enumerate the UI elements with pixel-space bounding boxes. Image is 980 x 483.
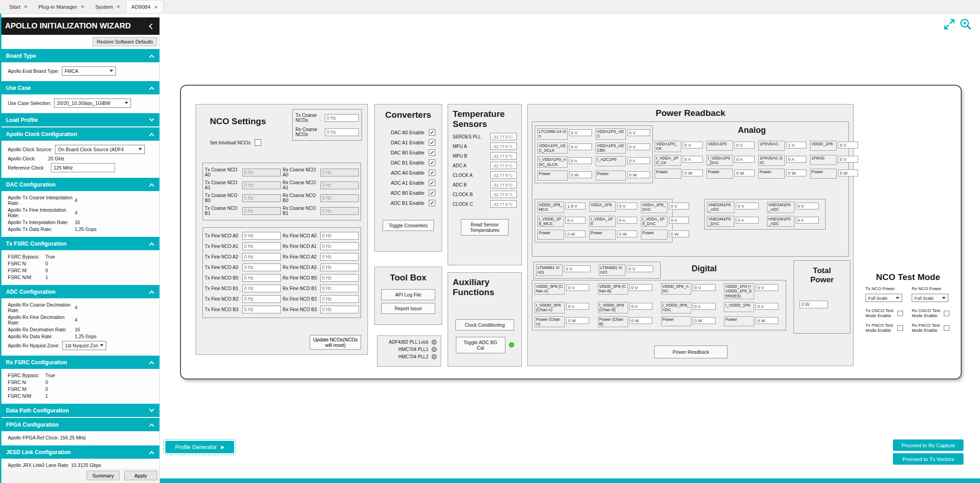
config-value: 0 xyxy=(45,261,48,266)
toggle-converters-button[interactable]: Toggle Converters xyxy=(383,220,434,231)
proceed-rx-capture-button[interactable]: Proceed to Rx Capture xyxy=(893,439,964,451)
zoom-icon[interactable] xyxy=(959,17,973,31)
nco-rx-input[interactable]: 0 Hz xyxy=(320,181,359,189)
nco-rx-input[interactable]: 0 Hz xyxy=(320,207,359,215)
nco-rx-input[interactable]: 0 Hz xyxy=(320,253,359,261)
mcs-rails-group: VDDD_1P8_MCS 1.8 V VDDA_1P8 0 V VDDA_1P8… xyxy=(535,199,673,242)
chevron-up-icon xyxy=(149,183,154,188)
converter-enable-checkbox[interactable]: ✓ xyxy=(429,159,435,166)
nco-test-checkbox[interactable] xyxy=(944,325,949,331)
nco-tx-input[interactable]: 0 Hz xyxy=(242,207,281,215)
converter-enable-checkbox[interactable]: ✓ xyxy=(429,180,435,186)
temperature-value: -32.77 k°C xyxy=(490,171,517,179)
nco-tx-input[interactable]: 0 Hz xyxy=(242,274,281,282)
nco-rx-input[interactable]: 0 Hz xyxy=(320,285,359,292)
update-ncos-button[interactable]: Update NCOs(NCOs will reset) xyxy=(310,335,361,350)
reference-clock-input[interactable]: 125 MHz xyxy=(51,163,115,172)
power-rail-label: I_VDDD_0P8_ADC xyxy=(661,302,691,313)
temperature-row: ADC B -32.77 k°C xyxy=(448,180,521,190)
api-log-file-button[interactable]: API Log File xyxy=(381,289,435,300)
power-rail-label: Power xyxy=(661,316,691,326)
nco-tx-input[interactable]: 0 Hz xyxy=(242,285,281,292)
section-header-jesd[interactable]: JESD Link Configuration xyxy=(1,445,159,459)
nco-tx-input[interactable]: 0 Hz xyxy=(242,295,281,303)
board-type-select[interactable]: FMCA xyxy=(62,66,116,76)
profile-generator-button[interactable]: Profile Generator ▶ xyxy=(165,441,234,453)
section-header-apollo-clock[interactable]: Apollo Clock Configuration xyxy=(1,127,159,141)
converter-enable-checkbox[interactable]: ✓ xyxy=(429,170,435,176)
set-individual-ncos-checkbox[interactable] xyxy=(255,139,261,146)
read-sensor-temperatures-button[interactable]: Read Sensor Temperatures xyxy=(461,219,509,236)
section-header-rx-fsrc[interactable]: Rx FSRC Configuration xyxy=(1,356,159,369)
config-label: Apollo JRX Link0 Lane Rate: xyxy=(8,462,71,468)
clock-conditioning-button[interactable]: Clock Conditioning xyxy=(455,319,514,330)
power-cell: VDDD_1P8_MCS 1.8 V xyxy=(537,202,586,213)
converter-enable-checkbox[interactable]: ✓ xyxy=(429,190,435,196)
nco-rx-input[interactable]: 0 Hz xyxy=(320,274,359,282)
close-icon[interactable]: × xyxy=(81,4,84,10)
power-rail-value: 0 W xyxy=(630,317,652,324)
nco-tx-input[interactable]: 0 Hz xyxy=(242,306,281,313)
nco-tx-input[interactable]: 0 Hz xyxy=(242,242,281,250)
nco-rx-input[interactable]: 0 Hz xyxy=(320,194,359,202)
nco-rx-input[interactable]: 0 Hz xyxy=(320,306,359,313)
restore-defaults-button[interactable]: Restore Software Defaults xyxy=(93,37,157,46)
nco-row: Tx Coarse NCO A1 0 Hz Rx Coarse NCO A1 0… xyxy=(205,179,359,192)
config-label: Apollo Tx Interpolation Rate: xyxy=(8,220,75,225)
nco-tx-input[interactable]: 0 Hz xyxy=(242,194,281,202)
section-header-use-case[interactable]: Use Case xyxy=(1,81,159,94)
clock-source-select[interactable]: On Board Clock Source (ADF4 xyxy=(55,145,145,154)
nco-rx-input[interactable]: 0 Hz xyxy=(320,169,359,176)
tab-start[interactable]: Start × xyxy=(4,0,33,13)
tab-system[interactable]: System × xyxy=(90,0,126,13)
section-title: DAC Configuration xyxy=(6,181,55,188)
power-readback-button[interactable]: Power Readback xyxy=(654,346,728,358)
section-header-load-profile[interactable]: Load Profile xyxy=(1,113,159,126)
nco-rx-input[interactable]: 0 Hz xyxy=(320,295,359,303)
section-header-tx-fsrc[interactable]: Tx FSRC Configuration xyxy=(1,237,159,250)
nco-rx-input[interactable]: 0 Hz xyxy=(320,263,359,271)
section-header-dac[interactable]: DAC Configuration xyxy=(1,178,159,191)
use-case-label: Use Case Selection: xyxy=(8,100,51,106)
tab-ad9084[interactable]: AD9084 × xyxy=(126,0,164,13)
apply-button[interactable]: Apply xyxy=(124,471,157,480)
toggle-adc-bg-cal-button[interactable]: Toggle ADC BG Cal xyxy=(456,337,505,353)
rx-coarse-ncos-input[interactable]: 0 Hz xyxy=(325,128,359,136)
close-icon[interactable]: × xyxy=(116,4,120,10)
nco-rx-input[interactable]: 0 Hz xyxy=(320,232,359,240)
pll-status-box: ADF4382 PLL Lock HMC704 PLL1 HMC704 PLL2 xyxy=(377,335,441,367)
nco-tx-input[interactable]: 0 Hz xyxy=(242,232,281,240)
nco-tx-input[interactable]: 0 Hz xyxy=(242,253,281,261)
section-header-fpga[interactable]: FPGA Configuration xyxy=(1,418,159,431)
nco-tx-input[interactable]: 0 Hz xyxy=(242,263,281,271)
config-row: Apollo Rx Coarse Decimation Rate: 4 xyxy=(8,301,157,313)
close-icon[interactable]: × xyxy=(24,4,27,10)
summary-button[interactable]: Summary xyxy=(87,471,120,480)
nco-tx-input[interactable]: 0 Hz xyxy=(242,169,281,176)
report-issue-button[interactable]: Report Issue xyxy=(381,303,435,314)
close-icon[interactable]: × xyxy=(154,4,158,10)
nco-tx-input[interactable]: 0 Hz xyxy=(242,181,281,189)
use-case-select[interactable]: 20/20_10.3Gbps_1GiBW xyxy=(54,99,131,108)
converter-enable-checkbox[interactable]: ✓ xyxy=(429,129,435,136)
tab-plugin-manager[interactable]: Plug-in Manager × xyxy=(33,0,90,13)
proceed-tx-vectors-button[interactable]: Proceed to Tx Vectors xyxy=(893,453,964,465)
nco-rx-input[interactable]: 0 Hz xyxy=(320,242,359,250)
tx-coarse-ncos-input[interactable]: 0 Hz xyxy=(325,114,359,122)
nco-test-checkbox[interactable] xyxy=(898,325,903,331)
power-rail-label: VDDD_1P0 (+VDDD_1P0_SERDES) xyxy=(724,283,754,299)
nco-test-checkbox[interactable] xyxy=(944,311,949,316)
fullscreen-icon[interactable] xyxy=(942,17,956,31)
converter-enable-checkbox[interactable]: ✓ xyxy=(429,149,435,156)
collapse-sidebar-icon[interactable] xyxy=(149,23,155,29)
section-header-data-path[interactable]: Data Path Configuration xyxy=(1,404,159,417)
tx-nco-power-select[interactable]: Full Scale xyxy=(865,294,902,302)
converter-enable-checkbox[interactable]: ✓ xyxy=(429,139,435,146)
section-header-adc[interactable]: ADC Configuration xyxy=(1,285,159,298)
section-tx-fsrc: Tx FSRC Configuration FSRC Bypass: True … xyxy=(1,237,159,284)
nco-test-checkbox[interactable] xyxy=(898,311,903,316)
nyquist-zone-select[interactable]: 1st Nyquist Zone xyxy=(62,341,106,350)
rx-nco-power-select[interactable]: Full Scale xyxy=(912,294,948,302)
converter-enable-checkbox[interactable]: ✓ xyxy=(429,200,435,206)
section-header-board-type[interactable]: Board Type xyxy=(1,49,159,62)
